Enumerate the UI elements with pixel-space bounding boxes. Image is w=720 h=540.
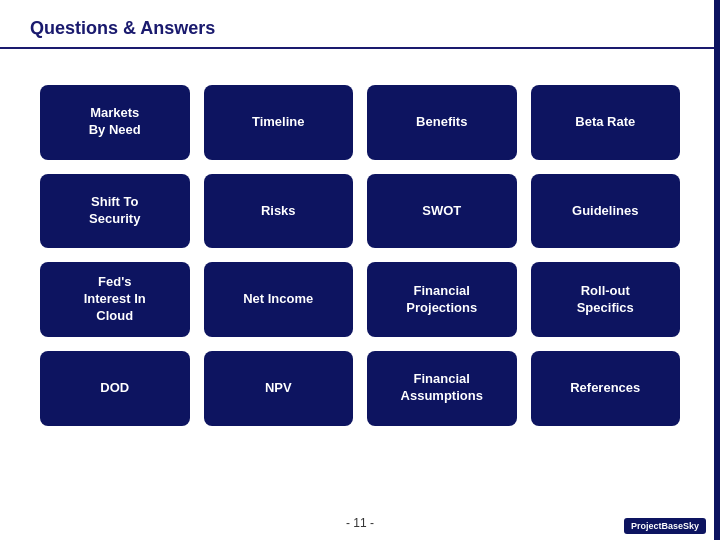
grid-button-financial-projections[interactable]: Financial Projections xyxy=(367,262,517,337)
page-title: Questions & Answers xyxy=(30,18,215,38)
grid-button-shift-to-security[interactable]: Shift To Security xyxy=(40,174,190,249)
grid-button-net-income[interactable]: Net Income xyxy=(204,262,354,337)
brand-badge: ProjectBaseSky xyxy=(624,518,706,534)
right-edge-bar xyxy=(714,0,720,540)
grid-button-timeline[interactable]: Timeline xyxy=(204,85,354,160)
page-header: Questions & Answers xyxy=(0,0,720,49)
grid-button-npv[interactable]: NPV xyxy=(204,351,354,426)
grid-button-fed's-interest-in-cloud[interactable]: Fed's Interest In Cloud xyxy=(40,262,190,337)
footer: - 11 - xyxy=(0,516,720,530)
grid-button-markets-by-need[interactable]: Markets By Need xyxy=(40,85,190,160)
grid-button-references[interactable]: References xyxy=(531,351,681,426)
grid-button-dod[interactable]: DOD xyxy=(40,351,190,426)
button-grid: Markets By NeedTimelineBenefitsBeta Rate… xyxy=(0,57,720,454)
grid-button-swot[interactable]: SWOT xyxy=(367,174,517,249)
grid-button-benefits[interactable]: Benefits xyxy=(367,85,517,160)
grid-button-roll-out-specifics[interactable]: Roll-out Specifics xyxy=(531,262,681,337)
grid-button-risks[interactable]: Risks xyxy=(204,174,354,249)
grid-button-financial-assumptions[interactable]: Financial Assumptions xyxy=(367,351,517,426)
page-number: - 11 - xyxy=(346,516,374,530)
grid-button-guidelines[interactable]: Guidelines xyxy=(531,174,681,249)
grid-button-beta-rate[interactable]: Beta Rate xyxy=(531,85,681,160)
